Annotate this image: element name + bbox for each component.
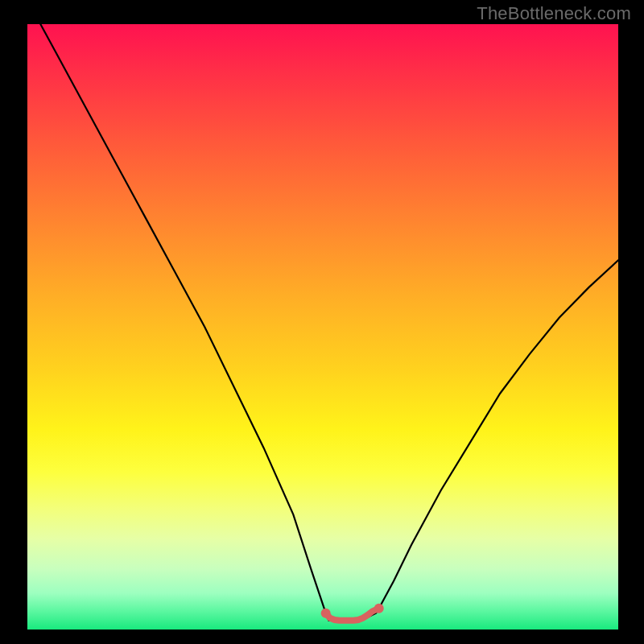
- trough-end-dot: [321, 609, 331, 618]
- trough-end-dot: [374, 604, 384, 613]
- trough-highlight: [326, 609, 379, 621]
- bottleneck-curve: [27, 24, 618, 621]
- chart-frame: [0, 0, 644, 644]
- plot-area: [27, 24, 618, 630]
- watermark-text: TheBottleneck.com: [477, 3, 631, 24]
- curve-layer: [27, 24, 618, 630]
- chart-stage: TheBottleneck.com: [0, 0, 644, 644]
